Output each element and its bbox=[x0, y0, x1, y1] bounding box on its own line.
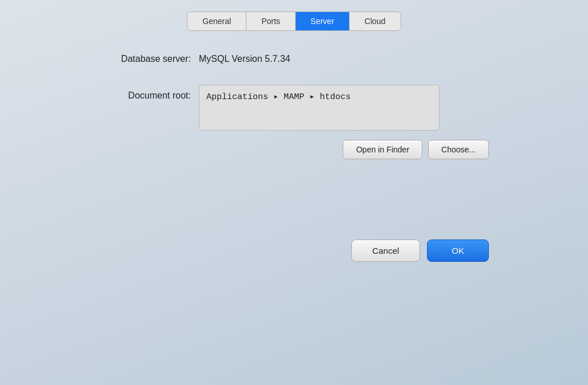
document-root-row: Document root: Applications ▸ MAMP ▸ htd… bbox=[99, 85, 489, 131]
tab-cloud[interactable]: Cloud bbox=[350, 12, 401, 30]
document-root-buttons: Open in Finder Choose... bbox=[199, 140, 489, 159]
tab-ports[interactable]: Ports bbox=[246, 12, 296, 30]
document-root-path: Applications ▸ MAMP ▸ htdocs bbox=[206, 92, 351, 102]
tab-general[interactable]: General bbox=[187, 12, 246, 30]
document-root-label: Document root: bbox=[99, 85, 191, 101]
cancel-button[interactable]: Cancel bbox=[351, 239, 421, 262]
tab-bar: General Ports Server Cloud bbox=[187, 11, 401, 31]
bottom-actions: Cancel OK bbox=[65, 239, 523, 262]
database-server-row: Database server: MySQL Version 5.7.34 bbox=[99, 54, 489, 64]
ok-button[interactable]: OK bbox=[427, 239, 489, 262]
open-in-finder-button[interactable]: Open in Finder bbox=[343, 140, 422, 159]
database-server-label: Database server: bbox=[99, 54, 191, 64]
choose-button[interactable]: Choose... bbox=[428, 140, 489, 159]
content-area: Database server: MySQL Version 5.7.34 Do… bbox=[65, 54, 523, 194]
tab-server[interactable]: Server bbox=[296, 12, 350, 30]
document-root-field[interactable]: Applications ▸ MAMP ▸ htdocs bbox=[199, 85, 440, 131]
database-server-value: MySQL Version 5.7.34 bbox=[199, 54, 291, 64]
dialog: General Ports Server Cloud Database serv… bbox=[65, 11, 523, 262]
